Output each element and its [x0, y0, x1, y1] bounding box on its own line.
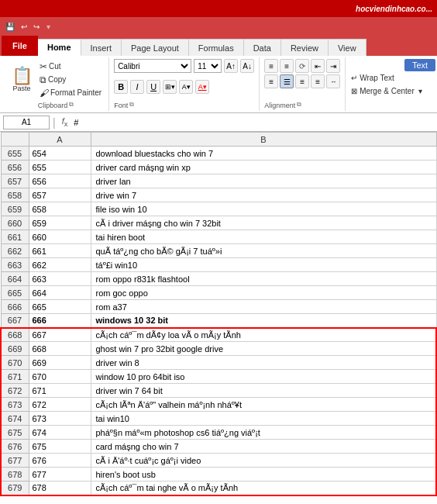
border-button[interactable]: ⊞▾ — [163, 80, 177, 94]
cell-a[interactable]: 668 — [29, 342, 91, 356]
cell-b[interactable]: tai hiren boot — [91, 230, 436, 244]
cell-b[interactable]: rom goc oppo — [91, 286, 436, 300]
cell-b[interactable]: driver win 7 64 bit — [91, 384, 436, 398]
formula-input[interactable] — [74, 116, 434, 129]
cell-b[interactable]: download bluestacks cho win 7 — [91, 147, 436, 161]
tab-review[interactable]: Review — [281, 39, 329, 56]
merge-dropdown-icon[interactable]: ▾ — [418, 87, 422, 95]
merge-split-btn[interactable]: ↔ — [326, 74, 340, 88]
cell-b[interactable]: pháº§n máº«m photoshop cs6 tiáº¿ng viáº¡… — [91, 426, 436, 440]
tab-file[interactable]: File — [2, 36, 38, 56]
cell-b[interactable]: cÃ i driver máşng cho win 7 32bit — [91, 216, 436, 230]
cell-a[interactable]: 662 — [29, 258, 91, 272]
cell-b[interactable]: cÃ¡ch cáº¯m dÃ¢y loa vÃ o mÃ¡y tÃ­nh — [91, 328, 436, 342]
cell-a[interactable]: 672 — [29, 398, 91, 412]
cell-a[interactable]: 669 — [29, 356, 91, 370]
indent-increase-btn[interactable]: ⇥ — [326, 59, 340, 73]
cell-a[interactable]: 657 — [29, 188, 91, 202]
cell-b[interactable]: hiren's boot usb — [91, 468, 436, 482]
cell-a[interactable]: 670 — [29, 370, 91, 384]
indent-decrease-btn[interactable]: ⇤ — [311, 59, 325, 73]
cell-b[interactable]: cÃ¡ch lÃªn Ä'áº" valhein máº¡nh nháº¥t — [91, 398, 436, 412]
merge-center-button[interactable]: ⊠ Merge & Center ▾ — [350, 86, 434, 96]
cell-a[interactable]: 656 — [29, 174, 91, 188]
font-name-select[interactable]: Calibri — [114, 59, 191, 73]
tab-view[interactable]: View — [329, 39, 366, 56]
text-button[interactable]: Text — [404, 59, 435, 71]
font-expand[interactable]: ⧉ — [129, 101, 134, 109]
tab-page-layout[interactable]: Page Layout — [122, 39, 189, 56]
align-top-right-btn[interactable]: ⟳ — [295, 59, 309, 73]
align-justify-btn[interactable]: ≡ — [311, 74, 325, 88]
row-number: 667 — [1, 314, 29, 328]
cell-b[interactable]: driver win 8 — [91, 356, 436, 370]
cell-a[interactable]: 661 — [29, 244, 91, 258]
align-top-left-btn[interactable]: ≡ — [264, 59, 278, 73]
cell-a[interactable]: 655 — [29, 161, 91, 174]
cell-a[interactable]: 671 — [29, 384, 91, 398]
align-center-btn[interactable]: ☰ — [280, 74, 294, 88]
tab-insert[interactable]: Insert — [81, 39, 122, 56]
cell-a[interactable]: 678 — [29, 482, 91, 495]
cell-b[interactable]: drive win 7 — [91, 188, 436, 202]
align-top-center-btn[interactable]: ≡ — [280, 59, 294, 73]
cell-a[interactable]: 676 — [29, 454, 91, 468]
font-size-decrease-btn[interactable]: A↓ — [240, 59, 254, 73]
cell-b[interactable]: driver lan — [91, 174, 436, 188]
qa-save-btn[interactable]: 💾 — [3, 22, 17, 32]
cell-b[interactable]: cÃ i Ä'áº·t cuáº¡c gáº¡i video — [91, 454, 436, 468]
cell-a[interactable]: 666 — [29, 314, 91, 328]
cell-b[interactable]: windows 10 32 bit — [91, 314, 436, 328]
cell-b[interactable]: tai win10 — [91, 412, 436, 426]
copy-button[interactable]: ⧉ Copy — [37, 74, 104, 86]
col-a-header[interactable]: A — [29, 133, 91, 147]
cell-b[interactable]: táº£i win10 — [91, 258, 436, 272]
cell-a[interactable]: 663 — [29, 272, 91, 286]
cell-a[interactable]: 659 — [29, 216, 91, 230]
col-b-header[interactable]: B — [91, 133, 436, 147]
cut-button[interactable]: ✂ Cut — [37, 60, 104, 73]
wrap-text-button[interactable]: ↵ Wrap Text — [350, 73, 434, 83]
font-size-select[interactable]: 11 — [194, 59, 222, 73]
cell-a[interactable]: 660 — [29, 230, 91, 244]
cell-b[interactable]: rom a37 — [91, 300, 436, 314]
bold-button[interactable]: B — [114, 80, 128, 94]
cell-b[interactable]: quÃ táº¿ng cho bÃ© gÃ¡i 7 tuáº»i — [91, 244, 436, 258]
align-right-btn[interactable]: ≡ — [295, 74, 309, 88]
cell-b[interactable]: cÃ¡ch cáº¯m tai nghe vÃ o mÃ¡y tÃ­nh — [91, 482, 436, 495]
cell-a[interactable]: 665 — [29, 300, 91, 314]
cell-a[interactable]: 675 — [29, 440, 91, 454]
cell-b[interactable]: file iso win 10 — [91, 202, 436, 216]
font-color-button[interactable]: A▾ — [195, 80, 209, 94]
font-size-increase-btn[interactable]: A↑ — [224, 59, 238, 73]
qa-more[interactable]: ▾ — [46, 22, 50, 31]
tab-formulas[interactable]: Formulas — [189, 39, 244, 56]
cell-a[interactable]: 674 — [29, 426, 91, 440]
cell-b[interactable]: rom oppo r831k flashtool — [91, 272, 436, 286]
cell-a[interactable]: 677 — [29, 468, 91, 482]
table-row: 658657drive win 7 — [1, 188, 436, 202]
cell-reference-input[interactable] — [3, 116, 50, 129]
tab-data[interactable]: Data — [244, 39, 281, 56]
format-painter-button[interactable]: 🖌 Format Painter — [37, 87, 104, 99]
tab-home[interactable]: Home — [38, 39, 81, 56]
underline-button[interactable]: U — [146, 80, 160, 94]
cell-b[interactable]: window 10 pro 64bit iso — [91, 370, 436, 384]
cell-b[interactable]: card máşng cho win 7 — [91, 440, 436, 454]
italic-button[interactable]: I — [130, 80, 144, 94]
cell-b[interactable]: ghost win 7 pro 32bit google drive — [91, 342, 436, 356]
fill-color-button[interactable]: A▾ — [179, 80, 193, 94]
cell-a[interactable]: 667 — [29, 328, 91, 342]
cell-a[interactable]: 673 — [29, 412, 91, 426]
align-left-btn[interactable]: ≡ — [264, 74, 278, 88]
cell-a[interactable]: 664 — [29, 286, 91, 300]
cell-a[interactable]: 658 — [29, 202, 91, 216]
cell-a[interactable]: 654 — [29, 147, 91, 161]
qa-undo-btn[interactable]: ↩ — [19, 22, 29, 32]
qa-redo-btn[interactable]: ↪ — [31, 22, 42, 32]
cell-b[interactable]: driver card máşng win xp — [91, 161, 436, 174]
table-row: 673672cÃ¡ch lÃªn Ä'áº" valhein máº¡nh nh… — [1, 398, 436, 412]
paste-button[interactable]: 📋 Paste — [8, 66, 36, 94]
clipboard-expand[interactable]: ⧉ — [69, 101, 74, 109]
alignment-expand[interactable]: ⧉ — [297, 101, 301, 109]
